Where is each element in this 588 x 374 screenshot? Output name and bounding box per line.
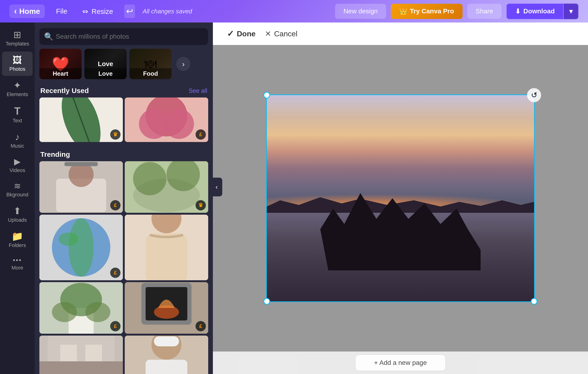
search-bar: 🔍 <box>39 28 208 45</box>
trending-photo-2[interactable]: ♛ <box>125 161 208 213</box>
sidebar-item-photos[interactable]: 🖼 Photos <box>2 52 32 76</box>
sidebar-label-music: Music <box>10 143 24 149</box>
music-icon: ♪ <box>15 132 20 142</box>
svg-rect-33 <box>48 336 115 361</box>
sidebar-label-templates: Templates <box>6 41 29 47</box>
category-chip-love[interactable]: Love Love <box>84 49 126 79</box>
sidebar-label-folders: Folders <box>9 242 26 248</box>
sidebar-label-photos: Photos <box>9 66 26 72</box>
trending-header: Trending <box>35 147 213 161</box>
recent-photo-1[interactable]: ♛ <box>39 97 123 142</box>
love-chip-label: Love <box>84 68 126 79</box>
svg-rect-21 <box>146 233 187 280</box>
download-caret-button[interactable]: ▾ <box>564 3 579 20</box>
trending-title: Trending <box>40 150 70 158</box>
trending-photo-4[interactable] <box>125 215 208 280</box>
heart-chip-label: Heart <box>39 68 82 79</box>
done-cancel-bar: ✓ Done ✕ Cancel <box>213 22 588 45</box>
pound-badge-2: £ <box>196 129 206 140</box>
download-button[interactable]: ⬇ Download <box>506 3 564 20</box>
hide-panel-button[interactable]: ‹ <box>211 178 222 196</box>
trending-photo-8[interactable]: £ <box>125 336 208 374</box>
elements-icon: ✦ <box>13 81 21 90</box>
sidebar-item-more[interactable]: ••• More <box>2 253 32 275</box>
canvas-frame: ↺ <box>267 95 534 301</box>
add-page-bar: + Add a new page <box>213 352 588 374</box>
photos-icon: 🖼 <box>13 55 22 65</box>
canvas-area: ✓ Done ✕ Cancel ⊡ ⧉ + ↺ <box>213 22 588 374</box>
recently-used-header: Recently Used See all <box>35 83 213 97</box>
templates-icon: ⊞ <box>13 30 21 39</box>
sidebar-label-more: More <box>11 265 23 271</box>
canvas-image[interactable] <box>267 95 534 301</box>
new-design-button[interactable]: New design <box>335 4 386 19</box>
pro-badge-1: ♛ <box>110 129 121 140</box>
sidebar-label-uploads: Uploads <box>8 217 27 223</box>
love-chip-text: Love <box>98 60 113 68</box>
trending-photo-7[interactable] <box>39 336 123 374</box>
svg-point-25 <box>52 302 77 322</box>
resize-button[interactable]: ⇔ Resize <box>79 5 117 17</box>
saved-status: All changes saved <box>143 8 192 15</box>
trending-photo-3[interactable]: £ <box>39 215 123 280</box>
sidebar-item-background[interactable]: ≋ Bkground <box>2 178 32 202</box>
add-page-button[interactable]: + Add a new page <box>355 354 446 371</box>
svg-rect-34 <box>60 345 77 361</box>
search-input[interactable] <box>39 28 208 45</box>
svg-rect-39 <box>154 336 179 346</box>
svg-point-17 <box>69 218 94 277</box>
nav-right: New design 👑 Try Canva Pro Share ⬇ Downl… <box>335 3 579 20</box>
see-all-button[interactable]: See all <box>189 87 208 94</box>
home-button[interactable]: Home <box>9 4 45 18</box>
done-button[interactable]: ✓ Done <box>227 29 256 39</box>
recently-used-grid: ♛ £ <box>35 97 213 147</box>
sky-layer <box>267 95 534 208</box>
videos-icon: ▶ <box>14 157 21 166</box>
sidebar-label-videos: Videos <box>10 167 25 173</box>
pound-badge-trend1: £ <box>110 200 121 210</box>
svg-rect-32 <box>39 361 123 374</box>
undo-button[interactable]: ↩ <box>124 4 135 18</box>
handle-bottom-left[interactable] <box>263 298 270 305</box>
svg-point-13 <box>133 162 167 195</box>
svg-rect-38 <box>146 360 187 374</box>
svg-rect-35 <box>85 345 102 361</box>
file-button[interactable]: File <box>52 5 71 17</box>
download-group: ⬇ Download ▾ <box>506 3 579 20</box>
x-icon: ✕ <box>265 29 271 38</box>
pound-badge-trend6: £ <box>196 321 206 331</box>
trending-photo-7-image <box>39 336 123 374</box>
sidebar-item-music[interactable]: ♪ Music <box>2 128 32 153</box>
nav-left: Home File ⇔ Resize ↩ All changes saved <box>9 4 192 18</box>
cancel-button[interactable]: ✕ Cancel <box>265 29 297 38</box>
sidebar-item-uploads[interactable]: ⬆ Uploads <box>2 202 32 227</box>
pro-badge-trend2: ♛ <box>196 200 206 210</box>
trending-photo-5[interactable]: £ <box>39 282 123 334</box>
handle-bottom-right[interactable] <box>531 298 537 305</box>
sidebar-item-text[interactable]: T Text <box>2 102 32 127</box>
share-button[interactable]: Share <box>467 4 502 19</box>
folders-icon: 📁 <box>11 231 23 241</box>
canvas-background: ↺ <box>213 45 588 352</box>
recently-used-title: Recently Used <box>40 87 89 95</box>
handle-top-left[interactable] <box>263 92 270 98</box>
checkmark-icon: ✓ <box>227 29 234 39</box>
rotate-handle[interactable]: ↺ <box>527 88 541 102</box>
pound-badge-trend5: £ <box>110 321 121 331</box>
sidebar-item-folders[interactable]: 📁 Folders <box>2 228 32 252</box>
categories-next-button[interactable]: › <box>176 57 190 71</box>
sidebar-item-videos[interactable]: ▶ Videos <box>2 154 32 177</box>
pound-badge-trend3: £ <box>110 268 121 278</box>
category-chip-heart[interactable]: ❤️ Heart <box>39 49 82 79</box>
trending-photo-1[interactable]: £ <box>39 161 123 213</box>
svg-point-26 <box>85 302 110 322</box>
trending-photo-3-image <box>39 215 123 280</box>
trending-photo-8-image <box>125 336 208 374</box>
sidebar-item-templates[interactable]: ⊞ Templates <box>2 26 32 51</box>
sidebar-item-elements[interactable]: ✦ Elements <box>2 77 32 101</box>
category-chip-food[interactable]: 🍽 Food <box>129 49 172 79</box>
photos-panel: 🔍 ❤️ Heart Love Love 🍽 Food › Recently U… <box>35 22 213 374</box>
trending-photo-6[interactable]: £ <box>125 282 208 334</box>
try-pro-button[interactable]: 👑 Try Canva Pro <box>391 4 462 19</box>
recent-photo-2[interactable]: £ <box>125 97 208 142</box>
